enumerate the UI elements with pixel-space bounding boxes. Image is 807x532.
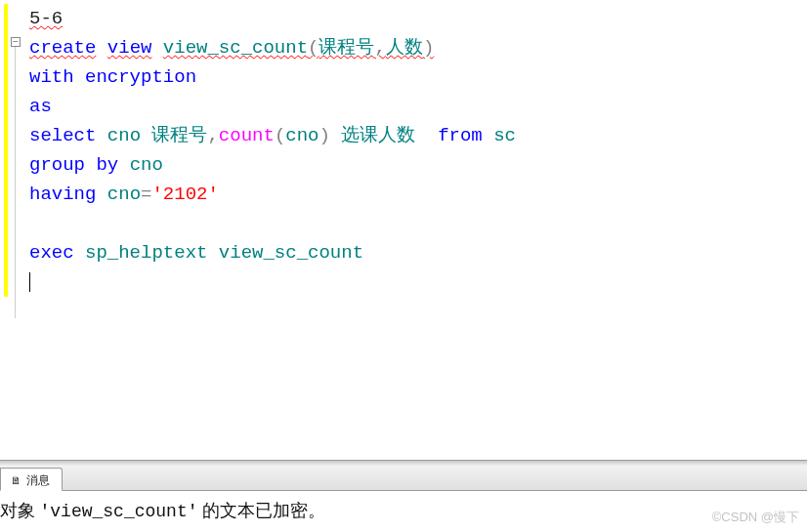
kw-create: create: [29, 37, 96, 59]
msg-suffix: 的文本已加密。: [198, 501, 326, 520]
code-line-2[interactable]: create view view_sc_count(课程号,人数): [23, 33, 807, 62]
tab-messages[interactable]: 🗎 消息: [0, 468, 63, 491]
fold-toggle-icon[interactable]: −: [11, 37, 21, 47]
kw-with: with: [29, 66, 74, 88]
rparen: ): [423, 37, 434, 59]
code-editor[interactable]: − 5-6 create view view_sc_count(课程号,人数) …: [0, 0, 807, 297]
code-line-8[interactable]: [23, 209, 807, 238]
alias-course: 课程号: [151, 125, 207, 146]
comma: ,: [207, 125, 218, 146]
modified-gutter: [4, 4, 8, 297]
fold-guideline: [15, 47, 16, 318]
col-1: 课程号: [319, 37, 374, 59]
procname: sp_helptext: [85, 242, 207, 264]
col-cno: cno: [107, 125, 141, 146]
code-line-3[interactable]: with encryption: [23, 62, 807, 92]
count-arg: cno: [285, 125, 319, 146]
results-panel: 🗎 消息 对象 'view_sc_count' 的文本已加密。: [0, 460, 807, 532]
view-name: view_sc_count: [163, 37, 308, 59]
rparen: ): [319, 125, 330, 146]
code-line-4[interactable]: as: [23, 92, 807, 121]
table-sc: sc: [493, 125, 516, 146]
kw-exec: exec: [29, 242, 74, 264]
code-line-1[interactable]: 5-6: [23, 4, 807, 33]
kw-view: view: [107, 37, 152, 59]
kw-group: group: [29, 154, 85, 176]
messages-icon: 🗎: [11, 474, 22, 486]
code-line-10[interactable]: [23, 267, 807, 297]
lparen: (: [308, 37, 319, 59]
comma: ,: [374, 37, 385, 59]
lparen: (: [275, 125, 285, 146]
col-2: 人数: [386, 37, 423, 59]
groupby-col: cno: [130, 154, 163, 176]
kw-having: having: [29, 184, 96, 205]
code-line-5[interactable]: select cno 课程号,count(cno) 选课人数 from sc: [23, 121, 807, 150]
kw-select: select: [29, 125, 96, 146]
alias-count: 选课人数: [341, 125, 415, 146]
kw-by: by: [96, 154, 118, 176]
kw-as: as: [29, 96, 52, 117]
func-count: count: [219, 125, 275, 146]
kw-from: from: [438, 125, 483, 146]
code-line-7[interactable]: having cno='2102': [23, 180, 807, 209]
exec-arg: view_sc_count: [219, 242, 363, 264]
eq: =: [141, 184, 151, 205]
kw-encryption: encryption: [85, 66, 196, 88]
messages-output[interactable]: 对象 'view_sc_count' 的文本已加密。: [0, 491, 807, 532]
comment-text: 5-6: [29, 8, 63, 29]
code-line-6[interactable]: group by cno: [23, 150, 807, 180]
tab-label: 消息: [26, 472, 50, 489]
msg-prefix: 对象: [0, 501, 40, 520]
code-line-9[interactable]: exec sp_helptext view_sc_count: [23, 238, 807, 267]
having-col: cno: [107, 184, 141, 205]
string-literal: '2102': [151, 184, 218, 205]
text-cursor: [29, 272, 30, 292]
results-tabstrip: 🗎 消息: [0, 466, 807, 491]
msg-object: 'view_sc_count': [40, 502, 198, 521]
